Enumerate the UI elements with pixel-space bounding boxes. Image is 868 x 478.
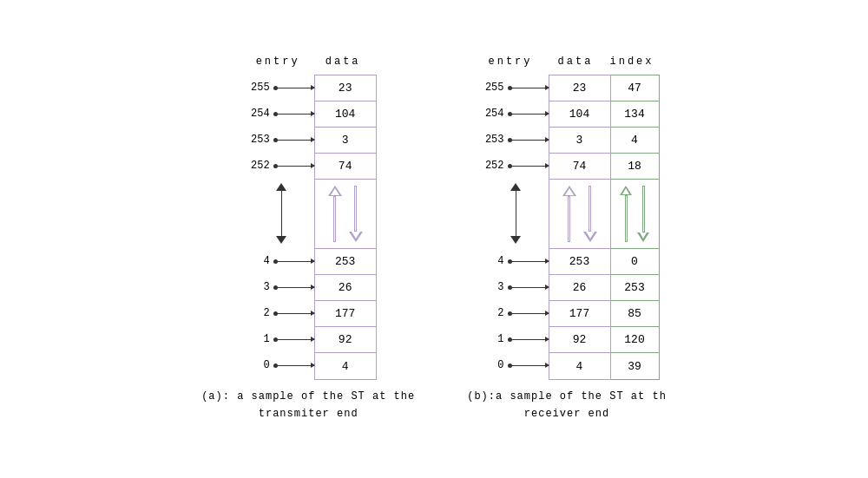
entry-253: 253 <box>240 134 273 146</box>
header-b-data: data <box>545 56 606 68</box>
entry-3-row: 3 <box>240 274 314 300</box>
diagram-b-body: 255 254 <box>475 75 660 380</box>
diagram-b: entry data index 255 254 <box>467 56 667 422</box>
entry-252: 252 <box>240 160 273 172</box>
b-data-cell-254: 104 <box>549 101 610 128</box>
b-index-cell-2: 85 <box>611 301 659 327</box>
entry-2: 2 <box>240 307 273 319</box>
b-entry-1-row: 1 <box>475 326 549 352</box>
data-cell-a-0: 4 <box>315 353 376 379</box>
data-cell-a-252: 74 <box>315 154 376 180</box>
b-entry-255-row: 255 <box>475 75 549 101</box>
entry-252-row: 252 <box>240 153 314 179</box>
entry-1: 1 <box>240 333 273 345</box>
data-cell-a-4: 253 <box>315 249 376 275</box>
b-data-cell-4: 253 <box>549 249 610 275</box>
b-data-cell-252: 74 <box>549 154 610 180</box>
diagram-a-left: 255 254 <box>240 75 314 378</box>
b-entry-253-row: 253 <box>475 127 549 153</box>
b-entry-2-row: 2 <box>475 300 549 326</box>
b-entry-4: 4 <box>475 255 508 267</box>
outline-arrows-b-data <box>549 180 610 249</box>
b-index-cell-4: 0 <box>611 249 659 275</box>
data-cell-a-253: 3 <box>315 128 376 154</box>
b-entry-1: 1 <box>475 333 508 345</box>
b-entry-4-row: 4 <box>475 248 549 274</box>
b-entry-253: 253 <box>475 134 508 146</box>
vert-arrow-b <box>475 179 549 248</box>
entry-255: 255 <box>240 82 273 94</box>
diagram-b-header: entry data index <box>476 56 658 68</box>
header-a-data: data <box>312 56 373 68</box>
b-data-cell-0: 4 <box>549 353 610 379</box>
entry-255-row: 255 <box>240 75 314 101</box>
b-index-cell-0: 39 <box>611 353 659 379</box>
b-index-cell-254: 134 <box>611 101 659 128</box>
outline-arrows-a <box>315 180 376 249</box>
data-table-a: 23 104 3 74 <box>314 75 377 380</box>
b-data-cell-255: 23 <box>549 75 610 101</box>
entry-254-row: 254 <box>240 101 314 127</box>
diagram-a: entry data 255 254 <box>201 56 415 422</box>
index-table-b: 47 134 4 18 <box>611 75 660 380</box>
b-entry-254-row: 254 <box>475 101 549 127</box>
caption-a: (a): a sample of the ST at the transmite… <box>201 389 415 422</box>
entry-3: 3 <box>240 281 273 293</box>
b-entry-252: 252 <box>475 160 508 172</box>
data-table-b: 23 104 3 74 <box>549 75 611 380</box>
b-index-cell-3: 253 <box>611 275 659 301</box>
diagram-a-body: 255 254 <box>240 75 377 380</box>
b-entry-0: 0 <box>475 359 508 371</box>
data-cell-a-3: 26 <box>315 275 376 301</box>
b-entry-3: 3 <box>475 281 508 293</box>
b-index-cell-1: 120 <box>611 327 659 353</box>
diagram-a-header: entry data <box>243 56 373 68</box>
entry-253-row: 253 <box>240 127 314 153</box>
caption-b: (b):a sample of the ST at th receiver en… <box>467 389 667 422</box>
data-cell-a-2: 177 <box>315 301 376 327</box>
b-index-cell-253: 4 <box>611 128 659 154</box>
entry-0-row: 0 <box>240 352 314 378</box>
data-cell-a-254: 104 <box>315 101 376 128</box>
vert-arrow-a <box>240 179 314 248</box>
diagram-b-left: 255 254 <box>475 75 549 378</box>
b-index-cell-252: 18 <box>611 154 659 180</box>
entry-254: 254 <box>240 108 273 120</box>
entry-4: 4 <box>240 255 273 267</box>
b-data-cell-2: 177 <box>549 301 610 327</box>
b-index-cell-255: 47 <box>611 75 659 101</box>
b-entry-3-row: 3 <box>475 274 549 300</box>
b-entry-254: 254 <box>475 108 508 120</box>
b-data-cell-253: 3 <box>549 128 610 154</box>
b-entry-0-row: 0 <box>475 352 549 378</box>
header-a-entry: entry <box>243 56 312 68</box>
entry-0: 0 <box>240 359 273 371</box>
b-data-cell-1: 92 <box>549 327 610 353</box>
data-cell-a-255: 23 <box>315 75 376 101</box>
entry-1-row: 1 <box>240 326 314 352</box>
header-b-entry: entry <box>476 56 545 68</box>
data-cell-a-1: 92 <box>315 327 376 353</box>
b-entry-252-row: 252 <box>475 153 549 179</box>
entry-2-row: 2 <box>240 300 314 326</box>
main-container: entry data 255 254 <box>0 38 868 439</box>
outline-arrows-b-index <box>611 180 659 249</box>
b-entry-2: 2 <box>475 307 508 319</box>
entry-4-row: 4 <box>240 248 314 274</box>
b-data-cell-3: 26 <box>549 275 610 301</box>
header-b-index: index <box>606 56 658 68</box>
b-entry-255: 255 <box>475 82 508 94</box>
